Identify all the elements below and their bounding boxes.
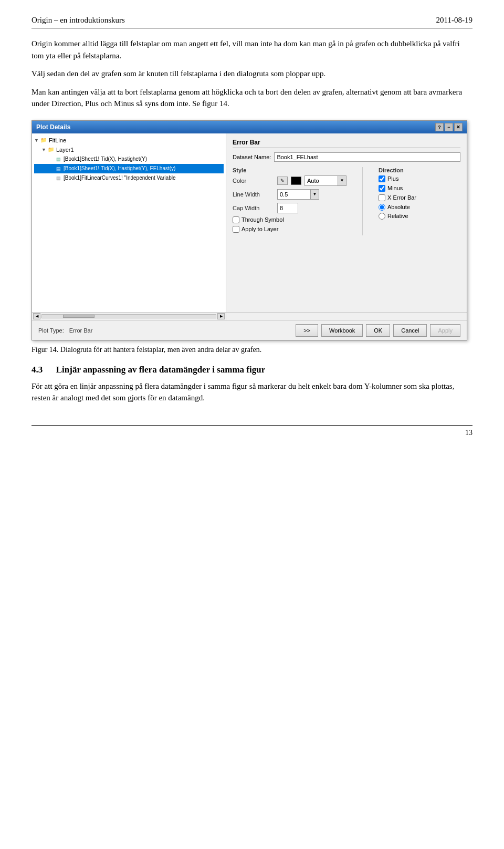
line-width-arrow-icon: ▼ [310, 190, 319, 199]
apply-to-layer-row: Apply to Layer [233, 226, 346, 233]
dialog-body: ▼ 📁 FitLine ▼ 📁 Layer1 ▤ [Book1]Sheet1! … [32, 133, 467, 312]
tree-expand-icon: ▼ [34, 138, 39, 143]
absolute-radio[interactable] [379, 204, 385, 211]
section-body: För att göra en linjär anpassning på fle… [32, 380, 472, 404]
color-swatch[interactable] [291, 177, 301, 185]
dataset-name-label: Dataset Name: [233, 154, 271, 160]
section-heading: 4.3 Linjär anpassning av flera datamängd… [32, 365, 472, 375]
minus-row: Minus [379, 185, 460, 192]
error-bar-panel: Error Bar Dataset Name: Book1_FELhast St… [226, 133, 467, 312]
tree-panel: ▼ 📁 FitLine ▼ 📁 Layer1 ▤ [Book1]Sheet1! … [32, 133, 226, 312]
layer-folder-icon: 📁 [47, 146, 55, 154]
dataset-name-row: Dataset Name: Book1_FELhast [233, 152, 460, 162]
direction-column: Direction Plus Minus X Error Bar [379, 167, 460, 235]
section-number: 4.3 [32, 365, 43, 375]
relative-radio[interactable] [379, 213, 385, 220]
tree-item-layer1[interactable]: ▼ 📁 Layer1 [34, 145, 224, 154]
through-symbol-row: Through Symbol [233, 216, 346, 223]
relative-row: Relative [379, 213, 460, 220]
section-title: Linjär anpassning av flera datamängder i… [56, 365, 265, 375]
footer-left: Plot Type: Error Bar [38, 327, 92, 334]
document-title: Origin – en introduktionskurs [32, 16, 125, 25]
page-number: 13 [32, 425, 472, 437]
tree-item-data3[interactable]: ▤ [Book1]FitLinearCurves1! "Independent … [34, 173, 224, 183]
cap-width-input[interactable]: 8 [277, 203, 298, 213]
dialog-close-button[interactable]: ✕ [454, 123, 463, 131]
dataset-name-value: Book1_FELhast [274, 152, 460, 162]
tree-item-data1[interactable]: ▤ [Book1]Sheet1! Tid(X), Hastighet(Y) [34, 154, 224, 164]
data-icon-1: ▤ [54, 155, 62, 163]
paragraph-2: Välj sedan den del av grafen som är knut… [32, 68, 472, 80]
tree-expand-layer-icon: ▼ [41, 147, 47, 152]
horizontal-scrollbar-area[interactable]: ◀ ▶ [32, 312, 467, 320]
style-column: Style Color ✎ Auto ▼ [233, 167, 346, 235]
plot-type-value: Error Bar [69, 327, 93, 334]
cancel-button[interactable]: Cancel [393, 324, 427, 337]
style-column-label: Style [233, 167, 346, 173]
plot-details-dialog: Plot Details ? − ✕ ▼ 📁 FitLine ▼ 📁 Layer… [32, 120, 467, 340]
paragraph-1: Origin kommer alltid lägga till felstapl… [32, 38, 472, 61]
color-label: Color [233, 178, 277, 184]
color-pencil-button[interactable]: ✎ [277, 177, 288, 185]
tree-item-data2-selected[interactable]: ▤ [Book1]Sheet1! Tid(X), Hastighet(Y), F… [34, 164, 224, 173]
x-error-bar-row: X Error Bar [379, 194, 460, 201]
absolute-row: Absolute [379, 204, 460, 211]
apply-to-layer-label: Apply to Layer [242, 226, 278, 232]
tree-label-layer1: Layer1 [56, 147, 74, 153]
apply-to-layer-checkbox[interactable] [233, 226, 239, 233]
tree-label-data2: [Book1]Sheet1! Tid(X), Hastighet(Y), FEL… [64, 165, 175, 171]
cap-width-row: Cap Width 8 [233, 203, 346, 213]
paragraph-3: Man kan antingen välja att ta bort felst… [32, 86, 472, 110]
through-symbol-checkbox[interactable] [233, 216, 239, 223]
line-width-row: Line Width 0.5 ▼ [233, 189, 346, 200]
plus-label: Plus [387, 175, 398, 182]
dialog-help-button[interactable]: ? [435, 123, 444, 131]
tree-item-fitline[interactable]: ▼ 📁 FitLine [34, 136, 224, 145]
dialog-minimize-button[interactable]: − [445, 123, 453, 131]
relative-label: Relative [387, 213, 408, 219]
cap-width-label: Cap Width [233, 205, 277, 211]
color-dropdown[interactable]: Auto ▼ [304, 175, 346, 186]
minus-checkbox[interactable] [379, 185, 385, 192]
figure-caption: Figur 14. Dialogruta för att hantera fel… [32, 346, 472, 354]
color-dropdown-value: Auto [305, 177, 338, 185]
plus-row: Plus [379, 175, 460, 182]
page-header: Origin – en introduktionskurs 2011-08-19 [32, 16, 472, 28]
x-error-bar-checkbox[interactable] [379, 194, 385, 201]
expand-button[interactable]: >> [296, 324, 318, 337]
dialog-footer: Plot Type: Error Bar >> Workbook OK Canc… [32, 320, 467, 340]
titlebar-buttons: ? − ✕ [435, 123, 463, 131]
scroll-left-button[interactable]: ◀ [33, 313, 40, 319]
scroll-thumb [63, 315, 94, 318]
dialog-titlebar: Plot Details ? − ✕ [32, 121, 467, 133]
ok-button[interactable]: OK [366, 324, 390, 337]
through-symbol-label: Through Symbol [242, 216, 284, 223]
folder-icon: 📁 [39, 136, 48, 144]
x-error-bar-label: X Error Bar [387, 194, 416, 201]
line-width-label: Line Width [233, 191, 277, 198]
dialog-title: Plot Details [36, 123, 70, 131]
tree-expand-data1 [49, 157, 54, 162]
tree-expand-data3 [49, 175, 54, 181]
section-43: 4.3 Linjär anpassning av flera datamängd… [32, 365, 472, 404]
workbook-button[interactable]: Workbook [321, 324, 363, 337]
scroll-right-button[interactable]: ▶ [217, 313, 225, 319]
style-direction-columns: Style Color ✎ Auto ▼ [233, 167, 460, 235]
tree-label-data1: [Book1]Sheet1! Tid(X), Hastighet(Y) [64, 156, 147, 162]
line-width-value: 0.5 [278, 190, 310, 199]
document-date: 2011-08-19 [436, 16, 472, 25]
plot-type-label: Plot Type: [38, 327, 64, 334]
tree-label-fitline: FitLine [49, 137, 66, 143]
color-field-row: Color ✎ Auto ▼ [233, 175, 346, 186]
tree-expand-data2 [49, 166, 54, 171]
line-width-dropdown[interactable]: 0.5 ▼ [277, 189, 319, 200]
color-control: ✎ Auto ▼ [277, 175, 346, 186]
color-dropdown-arrow-icon: ▼ [338, 176, 346, 185]
data-icon-3: ▤ [54, 174, 62, 182]
data-icon-2: ▤ [54, 164, 62, 173]
tree-label-data3: [Book1]FitLinearCurves1! "Independent Va… [64, 175, 176, 181]
error-bar-section-title: Error Bar [233, 139, 460, 148]
apply-button[interactable]: Apply [430, 324, 460, 337]
plus-checkbox[interactable] [379, 175, 385, 182]
column-divider [362, 167, 363, 235]
